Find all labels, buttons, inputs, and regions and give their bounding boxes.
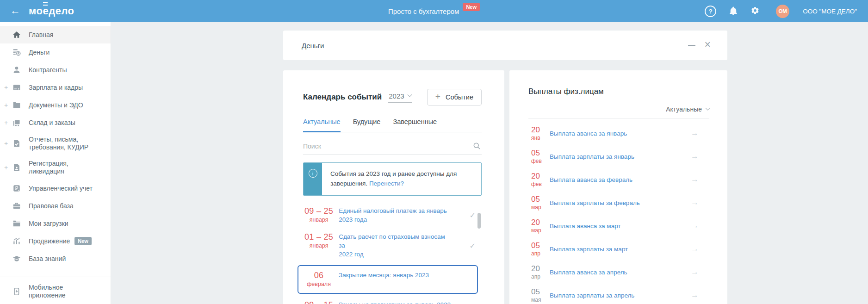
event-title-link[interactable]: Взносы на травматизм за январь 2023 года bbox=[339, 300, 451, 304]
sidebar-item-label: Управленческий учет bbox=[29, 185, 93, 192]
sidebar-item-downloads[interactable]: Мои загрузки bbox=[0, 215, 111, 232]
payment-row[interactable]: 20янв Выплата аванса за январь → bbox=[509, 122, 727, 145]
payment-row[interactable]: 05мая Выплата зарплаты за апрель → bbox=[509, 284, 727, 304]
sidebar-item-registration[interactable]: + Регистрация, ликвидация bbox=[0, 155, 111, 180]
event-title-link[interactable]: Сдать расчет по страховым взносам за 202… bbox=[339, 232, 451, 259]
payment-row[interactable]: 05апр Выплата зарплаты за март → bbox=[509, 237, 727, 261]
payment-row[interactable]: 20мар Выплата аванса за март → bbox=[509, 214, 727, 237]
plus-icon: + bbox=[435, 92, 440, 102]
expand-plus-icon[interactable]: + bbox=[0, 140, 12, 147]
check-icon[interactable]: ✓ bbox=[470, 241, 476, 250]
chevron-down-icon bbox=[407, 92, 412, 97]
sidebar-item-label: Главная bbox=[29, 31, 53, 39]
arrow-right-icon[interactable]: → bbox=[691, 244, 699, 254]
tab-actual[interactable]: Актуальные bbox=[303, 118, 341, 132]
payment-title-link[interactable]: Выплата аванса за апрель bbox=[550, 269, 627, 276]
expand-plus-icon[interactable]: + bbox=[0, 164, 12, 171]
sidebar-item-salary[interactable]: + Зарплата и кадры bbox=[0, 79, 111, 96]
company-name[interactable]: ООО "МОЕ ДЕЛО" bbox=[803, 8, 857, 15]
promotion-new-badge: New bbox=[74, 237, 92, 245]
add-event-button[interactable]: + Событие bbox=[427, 89, 482, 105]
payment-title-link[interactable]: Выплата аванса за февраль bbox=[550, 176, 632, 183]
event-row[interactable]: 09 – 15 янв фев Взносы на травматизм за … bbox=[283, 296, 504, 304]
promo-banner[interactable]: Просто с бухгалтером New bbox=[388, 7, 480, 15]
sidebar-item-mobile-app[interactable]: Мобильное приложение bbox=[0, 284, 107, 299]
sidebar-item-label: Регистрация, ликвидация bbox=[29, 160, 68, 175]
promo-text: Просто с бухгалтером bbox=[388, 7, 459, 15]
bell-icon[interactable] bbox=[729, 6, 738, 16]
payment-title-link[interactable]: Выплата аванса за январь bbox=[550, 130, 627, 137]
help-icon[interactable]: ? bbox=[705, 6, 716, 17]
payment-title-link[interactable]: Выплата зарплаты за февраль bbox=[550, 199, 640, 206]
arrow-right-icon[interactable]: → bbox=[691, 175, 699, 184]
sidebar-item-label: Зарплата и кадры bbox=[29, 84, 83, 92]
payments-filter-value: Актуальные bbox=[666, 105, 702, 113]
tab-future[interactable]: Будущие bbox=[353, 118, 381, 132]
close-icon[interactable]: × bbox=[705, 39, 711, 50]
scrollbar[interactable] bbox=[477, 213, 481, 229]
payment-row[interactable]: 05фев Выплата зарплаты за январь → bbox=[509, 145, 727, 168]
payment-title-link[interactable]: Выплата зарплаты за январь bbox=[550, 153, 634, 160]
payment-row[interactable]: 20апр Выплата аванса за апрель → bbox=[509, 261, 727, 284]
year-select[interactable]: 2023 bbox=[388, 92, 412, 103]
sidebar-item-contractors[interactable]: Контрагенты bbox=[0, 61, 111, 79]
sidebar-item-warehouse[interactable]: + Склад и заказы bbox=[0, 114, 111, 131]
calendar-tabs: Актуальные Будущие Завершенные bbox=[303, 118, 482, 132]
event-row[interactable]: 01 – 25 января Сдать расчет по страховым… bbox=[283, 228, 504, 263]
payment-title-link[interactable]: Выплата аванса за март bbox=[550, 223, 621, 230]
sidebar-item-legal-base[interactable]: Правовая база bbox=[0, 197, 111, 215]
payment-title-link[interactable]: Выплата зарплаты за март bbox=[550, 246, 628, 253]
info-notice: i События за 2023 год и ранее доступны д… bbox=[303, 162, 482, 196]
money-window-titlebar: Деньги × bbox=[283, 31, 727, 60]
sidebar-item-label: Отчеты, письма, требования, КУДИР bbox=[29, 136, 88, 151]
payments-title: Выплаты физ.лицам bbox=[528, 87, 709, 96]
sidebar-item-knowledge-base[interactable]: База знаний bbox=[0, 250, 111, 267]
sidebar-item-home[interactable]: Главная bbox=[0, 26, 111, 43]
arrow-right-icon[interactable]: → bbox=[691, 291, 699, 300]
events-list: 09 – 25 января Единый налоговый платеж з… bbox=[283, 202, 504, 304]
sidebar-item-promotion[interactable]: Продвижение New bbox=[0, 232, 111, 250]
arrow-right-icon[interactable]: → bbox=[691, 267, 699, 277]
payment-date: 05мая bbox=[531, 287, 550, 303]
check-icon[interactable]: ✓ bbox=[470, 211, 476, 220]
expand-plus-icon[interactable]: + bbox=[0, 119, 12, 126]
search-icon[interactable] bbox=[473, 142, 481, 150]
arrow-right-icon[interactable]: → bbox=[691, 221, 699, 230]
arrow-right-icon[interactable]: → bbox=[691, 129, 699, 138]
notice-transfer-link[interactable]: Перенести? bbox=[369, 180, 404, 187]
payment-title-link[interactable]: Выплата зарплаты за апрель bbox=[550, 292, 634, 299]
sidebar-item-label: Продвижение bbox=[29, 237, 70, 245]
sidebar-item-management-accounting[interactable]: Управленческий учет bbox=[0, 180, 111, 197]
logo-text: дело bbox=[49, 5, 74, 17]
app-logo[interactable]: мое дело bbox=[29, 5, 74, 17]
downloads-folder-icon bbox=[12, 219, 21, 228]
tab-completed[interactable]: Завершенные bbox=[393, 118, 437, 132]
add-event-label: Событие bbox=[446, 93, 473, 101]
event-title-link[interactable]: Закрытие месяца: январь 2023 bbox=[339, 271, 451, 279]
search-input[interactable] bbox=[303, 138, 482, 155]
avatar-initials: ОМ bbox=[778, 8, 787, 14]
event-title-link[interactable]: Единый налоговый платеж за январь 2023 г… bbox=[339, 206, 451, 224]
expand-plus-icon[interactable]: + bbox=[0, 101, 12, 109]
payment-row[interactable]: 20фев Выплата аванса за февраль → bbox=[509, 168, 727, 191]
payment-date: 20янв bbox=[531, 125, 550, 141]
payment-row[interactable]: 05мар Выплата зарплаты за февраль → bbox=[509, 191, 727, 214]
sidebar-item-money[interactable]: Деньги bbox=[0, 43, 111, 61]
payment-date: 20мар bbox=[531, 218, 550, 234]
sidebar-item-reports[interactable]: + Отчеты, письма, требования, КУДИР bbox=[0, 131, 111, 155]
event-row[interactable]: 09 – 25 января Единый налоговый платеж з… bbox=[283, 202, 504, 228]
payments-filter[interactable]: Актуальные bbox=[528, 105, 709, 118]
minimize-icon[interactable] bbox=[688, 45, 695, 46]
gear-icon[interactable] bbox=[750, 6, 760, 16]
avatar[interactable]: ОМ bbox=[776, 5, 789, 18]
event-date: 09 – 25 января bbox=[304, 206, 333, 223]
event-row-selected[interactable]: 06 февраля Закрытие месяца: январь 2023 bbox=[298, 265, 478, 294]
arrow-right-icon[interactable]: → bbox=[691, 198, 699, 207]
arrow-right-icon[interactable]: → bbox=[691, 152, 699, 161]
sidebar-item-documents[interactable]: + Документы и ЭДО bbox=[0, 96, 111, 114]
back-arrow-icon[interactable]: ← bbox=[10, 5, 20, 17]
calendar-title: Календарь событий bbox=[303, 93, 382, 102]
expand-plus-icon[interactable]: + bbox=[0, 84, 12, 91]
salary-card-icon bbox=[12, 83, 21, 92]
home-icon bbox=[12, 30, 21, 39]
